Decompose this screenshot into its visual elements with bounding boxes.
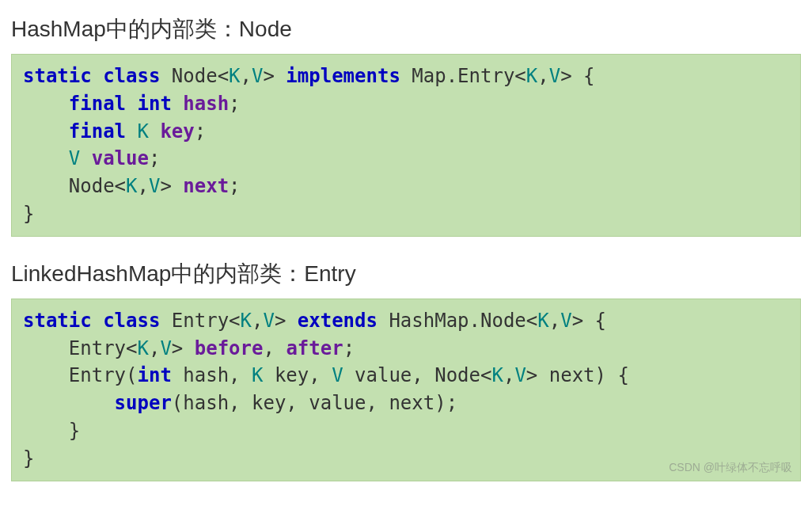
code-line: Entry<K,V> before, after; (23, 337, 355, 359)
watermark-text: CSDN @叶绿体不忘呼吸 (669, 459, 792, 475)
code-line: super(hash, key, value, next); (23, 392, 457, 414)
code-line: Node<K,V> next; (23, 175, 241, 197)
code-line: } (23, 420, 80, 442)
code-line: V value; (23, 147, 160, 169)
code-line: final int hash; (23, 93, 241, 115)
code-block-entry: static class Entry<K,V> extends HashMap.… (11, 299, 801, 481)
code-line: } (23, 203, 34, 225)
code-line: } (23, 447, 34, 470)
code-line: final K key; (23, 120, 206, 143)
code-line: Entry(int hash, K key, V value, Node<K,V… (23, 364, 629, 386)
code-line: static class Node<K,V> implements Map.En… (23, 65, 595, 87)
code-block-node: static class Node<K,V> implements Map.En… (11, 54, 801, 237)
heading-hashmap-node: HashMap中的内部类：Node (11, 14, 801, 44)
code-line: static class Entry<K,V> extends HashMap.… (23, 310, 606, 332)
heading-linkedhashmap-entry: LinkedHashMap中的内部类：Entry (11, 259, 801, 289)
